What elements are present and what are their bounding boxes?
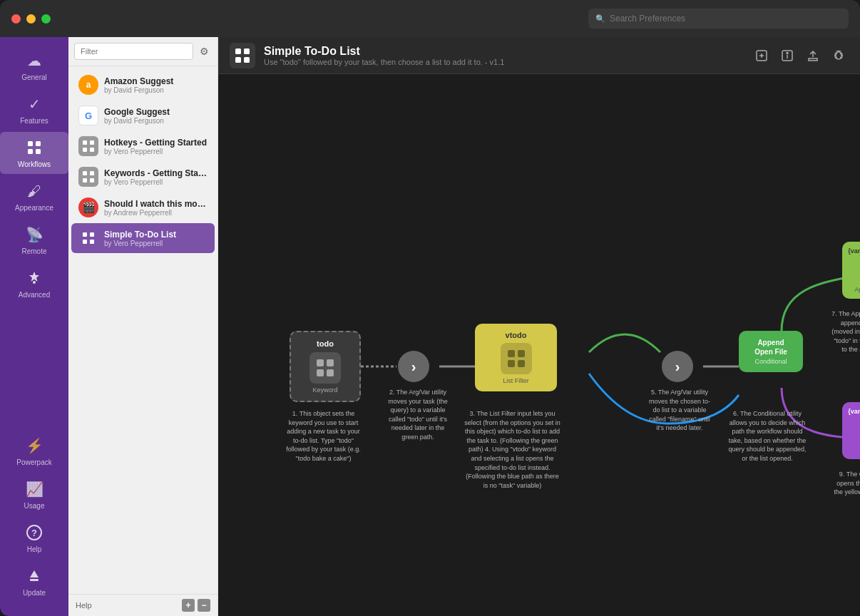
svg-rect-37 [327,369,334,376]
canvas-area: Simple To-Do List Use "todo" followed by… [218,37,860,616]
powerpack-icon: ⚡ [24,436,44,456]
close-button[interactable] [11,14,21,24]
sidebar-item-appearance[interactable]: 🖌 Appearance [0,175,68,217]
help-icon: ? [24,523,44,543]
traffic-lights [11,14,51,24]
canvas-title: Simple To-Do List [264,45,743,58]
workflow-name-keywords: Keywords - Getting Started [104,168,208,178]
desc-3: 3. The List Filter input lets you select… [464,409,560,490]
arg-var-node-2[interactable]: › [662,351,693,382]
svg-rect-40 [508,360,515,367]
search-input[interactable] [610,14,841,24]
workflow-list: a Amazon Suggest by David Ferguson G Goo… [68,66,217,594]
remove-workflow-button[interactable]: − [198,599,210,612]
append-file-node[interactable]: {var:filename}.txt Append to File [842,242,860,299]
filter-bar: ⚙ [68,37,217,66]
workflow-item-keywords[interactable]: Keywords - Getting Started by Vero Peppe… [71,162,215,192]
svg-rect-34 [317,359,324,366]
append-file-label: {var:filename}.txt [848,247,860,255]
cloud-icon: ☁ [24,51,44,71]
conditional-node[interactable]: Append Open File Conditional [739,331,803,372]
workflow-item-movie[interactable]: 🎬 Should I watch this movie? by Andrew P… [71,192,215,222]
sidebar-item-remote[interactable]: 📡 Remote [0,219,68,261]
sidebar-label-workflows: Workflows [18,160,51,168]
svg-rect-0 [28,141,33,146]
workflow-name-google: Google Suggest [104,107,208,117]
svg-text:?: ? [31,528,37,538]
svg-rect-18 [90,232,94,237]
workflow-name-amazon: Amazon Suggest [104,76,208,86]
list-filter-type: List Filter [482,377,550,384]
canvas-toolbar [752,46,849,66]
workflow-item-amazon[interactable]: a Amazon Suggest by David Ferguson [71,70,215,100]
canvas-header: Simple To-Do List Use "todo" followed by… [218,37,860,74]
info-button[interactable] [777,46,797,66]
canvas-workflow-icon [230,43,255,68]
debug-button[interactable] [752,46,772,66]
svg-point-28 [787,52,788,53]
svg-rect-12 [90,148,94,152]
search-bar[interactable]: 🔍 [588,9,849,29]
svg-rect-35 [327,359,334,366]
share-button[interactable] [803,46,823,66]
svg-rect-3 [36,149,41,154]
workflow-name-todo: Simple To-Do List [104,230,208,240]
gear-button[interactable]: ⚙ [196,43,212,59]
svg-rect-19 [83,240,87,244]
maximize-button[interactable] [41,14,51,24]
workflow-author-hotkeys: by Vero Pepperrell [104,148,208,155]
list-filter-node[interactable]: vtodo List Filter [475,324,557,391]
sidebar-bottom: ⚡ Powerpack 📈 Usage ? Help [0,429,68,609]
list-filter-label: vtodo [482,331,550,339]
svg-rect-9 [83,140,87,145]
workflow-info-movie: Should I watch this movie? by Andrew Pep… [104,199,208,217]
main-window: 🔍 ☁ General ✓ Features [0,0,860,616]
sidebar-item-advanced[interactable]: Advanced [0,262,68,304]
desc-1: 1. This object sets the keyword you use … [282,409,364,463]
svg-rect-24 [244,57,250,63]
sidebar-label-appearance: Appearance [15,204,53,212]
minimize-button[interactable] [26,14,36,24]
sidebar-item-powerpack[interactable]: ⚡ Powerpack [0,430,68,472]
svg-point-4 [33,281,36,284]
sidebar-item-features[interactable]: ✓ Features [0,88,68,130]
keywords-icon [78,167,98,187]
sidebar-item-workflows[interactable]: Workflows [0,132,68,174]
keyword-node-icon [309,352,341,384]
add-workflow-button[interactable]: + [182,599,195,612]
workflow-author-keywords: by Vero Pepperrell [104,178,208,186]
filter-input[interactable] [74,43,193,60]
svg-rect-13 [83,171,87,175]
footer-help-label: Help [76,601,179,610]
svg-rect-20 [90,240,94,244]
svg-rect-36 [317,369,324,376]
workflow-item-google[interactable]: G Google Suggest by David Ferguson [71,101,215,130]
keyword-node[interactable]: todo Keyword [290,331,361,402]
todo-icon [78,228,98,248]
desc-9: 9. The Open File action opens the list s… [831,470,860,497]
svg-rect-7 [30,579,39,581]
workflow-name-hotkeys: Hotkeys - Getting Started [104,138,208,148]
sidebar-item-usage[interactable]: 📈 Usage [0,473,68,515]
main-content: ☁ General ✓ Features Workflows [0,37,860,616]
update-icon [24,566,44,586]
svg-rect-1 [36,141,41,146]
sidebar-item-update[interactable]: Update [0,560,68,602]
canvas-content[interactable]: todo Keyword 1. This object sets the key… [218,74,860,616]
workflow-author-amazon: by David Ferguson [104,86,208,94]
titlebar: 🔍 [0,0,860,37]
arg-var-node-1[interactable]: › [398,351,429,382]
bug-button[interactable] [829,46,849,66]
open-file-node[interactable]: {var:filename}.txt Open File [842,402,860,459]
list-filter-icon [501,343,532,374]
canvas-title-area: Simple To-Do List Use "todo" followed by… [264,45,743,66]
sidebar-item-general[interactable]: ☁ General [0,45,68,87]
open-file-type: Open File [848,446,860,453]
workflow-item-todo[interactable]: Simple To-Do List by Vero Pepperrell [71,223,215,253]
sidebar-item-help[interactable]: ? Help [0,517,68,559]
svg-rect-21 [235,48,241,54]
desc-2: 2. The Arg/Var utility moves your task (… [386,388,450,442]
svg-rect-14 [90,171,94,175]
workflow-item-hotkeys[interactable]: Hotkeys - Getting Started by Vero Pepper… [71,131,215,161]
sidebar-label-powerpack: Powerpack [16,458,51,466]
